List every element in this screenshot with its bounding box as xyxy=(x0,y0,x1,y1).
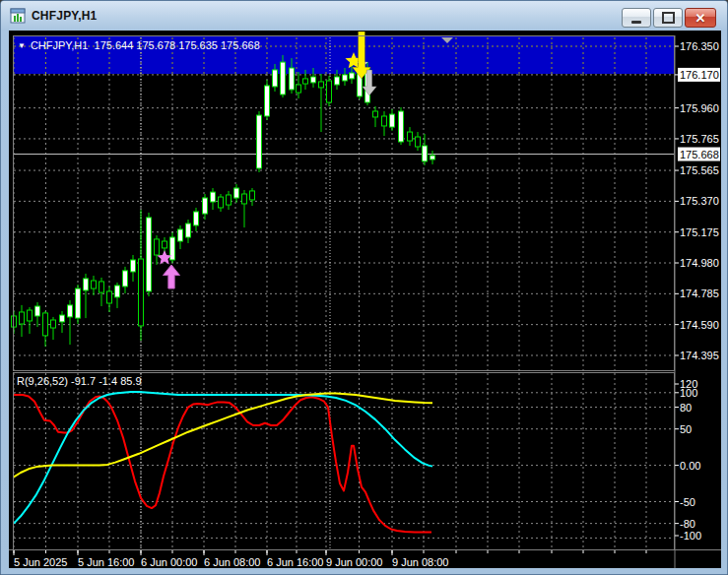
chart-ohlc-header: ▼CHFJPY,H1 175.644 175.678 175.635 175.6… xyxy=(18,39,260,51)
symbol-dropdown-icon[interactable]: ▼ xyxy=(18,41,26,50)
chart-window-icon xyxy=(10,8,26,24)
close-icon: ✕ xyxy=(695,12,706,25)
svg-text:6 Jun 08:00: 6 Jun 08:00 xyxy=(204,556,261,568)
chart-symbol-period: CHFJPY,H1 xyxy=(31,39,88,51)
svg-text:175.960: 175.960 xyxy=(680,102,719,114)
svg-text:5 Jun 2025: 5 Jun 2025 xyxy=(14,556,67,568)
svg-text:175.565: 175.565 xyxy=(680,164,719,176)
svg-text:176.350: 176.350 xyxy=(680,40,719,52)
svg-text:175.765: 175.765 xyxy=(680,133,719,145)
indicator-name-values: R(9,26,52) -91.7 -1.4 85.9 xyxy=(17,375,142,387)
mt4-chart-window: CHFJPY,H1 ✕ 176.350176.170175.960175.765… xyxy=(0,0,728,575)
svg-text:174.980: 174.980 xyxy=(680,257,719,269)
svg-text:175.175: 175.175 xyxy=(680,226,719,238)
minimize-icon xyxy=(631,21,641,24)
svg-text:174.395: 174.395 xyxy=(680,350,719,361)
svg-text:50: 50 xyxy=(680,423,692,435)
svg-text:176.170: 176.170 xyxy=(680,69,719,81)
svg-text:175.668: 175.668 xyxy=(680,149,719,160)
svg-text:-100: -100 xyxy=(680,530,701,542)
restore-button[interactable] xyxy=(653,8,683,28)
chart-client-area: 176.350176.170175.960175.765175.565175.3… xyxy=(9,31,721,568)
close-button[interactable]: ✕ xyxy=(685,8,716,28)
svg-text:0.00: 0.00 xyxy=(680,460,700,472)
chart-ohlc-values: 175.644 175.678 175.635 175.668 xyxy=(95,39,260,51)
svg-text:174.590: 174.590 xyxy=(680,319,719,331)
svg-text:5 Jun 16:00: 5 Jun 16:00 xyxy=(78,556,135,568)
svg-text:80: 80 xyxy=(680,402,692,414)
restore-icon xyxy=(662,12,675,24)
chart-canvas[interactable]: 176.350176.170175.960175.765175.565175.3… xyxy=(9,31,721,568)
svg-text:9 Jun 00:00: 9 Jun 00:00 xyxy=(326,556,383,568)
svg-text:9 Jun 08:00: 9 Jun 08:00 xyxy=(392,556,449,568)
svg-text:6 Jun 16:00: 6 Jun 16:00 xyxy=(267,556,324,568)
svg-text:100: 100 xyxy=(680,387,697,399)
svg-text:-50: -50 xyxy=(680,496,695,508)
minimize-button[interactable] xyxy=(622,8,651,28)
svg-text:174.785: 174.785 xyxy=(680,288,719,299)
window-title: CHFJPY,H1 xyxy=(32,9,98,23)
svg-text:-80: -80 xyxy=(680,518,695,530)
svg-text:175.370: 175.370 xyxy=(680,195,719,207)
title-bar[interactable]: CHFJPY,H1 ✕ xyxy=(1,1,727,31)
svg-text:6 Jun 00:00: 6 Jun 00:00 xyxy=(141,556,198,568)
